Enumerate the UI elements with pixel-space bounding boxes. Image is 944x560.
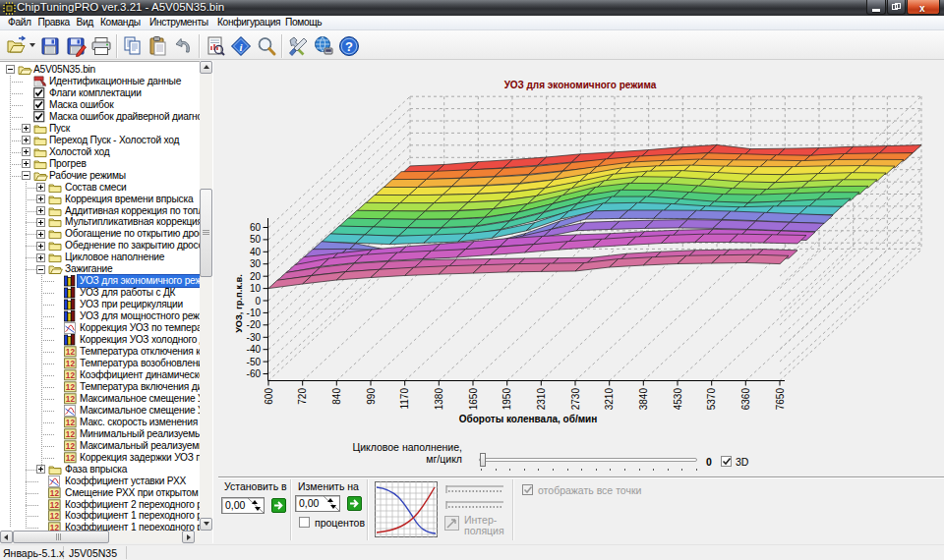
svg-text:12: 12 — [50, 501, 60, 510]
svg-text:7650: 7650 — [775, 388, 786, 411]
svg-text:990: 990 — [366, 388, 377, 405]
svg-text:12: 12 — [65, 348, 75, 357]
svg-text:3210: 3210 — [604, 388, 615, 411]
svg-text:4530: 4530 — [673, 388, 683, 411]
svg-text:6360: 6360 — [740, 388, 751, 411]
svg-text:УОЗ для экономичного режима: УОЗ для экономичного режима — [504, 80, 657, 90]
svg-text:1380: 1380 — [434, 388, 444, 411]
svg-text:3840: 3840 — [638, 388, 649, 411]
svg-text:-40: -40 — [247, 344, 262, 355]
svg-text:840: 840 — [331, 388, 342, 405]
svg-text:Обороты коленвала, об/мин: Обороты коленвала, об/мин — [459, 414, 598, 424]
svg-text:12: 12 — [50, 512, 60, 521]
svg-text:12: 12 — [65, 383, 75, 392]
svg-text:720: 720 — [297, 388, 308, 405]
svg-text:20: 20 — [250, 271, 262, 282]
svg-text:2310: 2310 — [536, 388, 547, 411]
svg-text:?: ? — [345, 39, 353, 54]
svg-text:40: 40 — [250, 247, 262, 257]
svg-text:60: 60 — [250, 222, 262, 233]
svg-text:1170: 1170 — [399, 388, 410, 410]
svg-text:12: 12 — [65, 395, 75, 404]
svg-text:12: 12 — [65, 360, 75, 368]
svg-text:50: 50 — [250, 234, 262, 245]
svg-text:12: 12 — [50, 524, 60, 531]
svg-text:-50: -50 — [247, 357, 262, 367]
svg-text:-20: -20 — [247, 319, 262, 330]
svg-text:600: 600 — [264, 388, 274, 405]
svg-text:12: 12 — [65, 442, 75, 451]
svg-text:12: 12 — [65, 371, 75, 380]
svg-text:1950: 1950 — [502, 388, 512, 411]
svg-text:12: 12 — [50, 489, 60, 498]
svg-text:УОЗ, гр.п.к.в.: УОЗ, гр.п.к.в. — [234, 274, 244, 333]
svg-text:12: 12 — [65, 454, 75, 463]
svg-text:-10: -10 — [247, 308, 262, 318]
svg-text:-60: -60 — [247, 368, 262, 379]
svg-text:10: 10 — [250, 283, 262, 294]
svg-text:5370: 5370 — [706, 388, 717, 411]
svg-text:30: 30 — [250, 258, 262, 269]
svg-text:12: 12 — [65, 430, 75, 439]
svg-text:12: 12 — [65, 419, 75, 427]
svg-text:2730: 2730 — [570, 388, 581, 411]
svg-text:0: 0 — [255, 296, 261, 307]
svg-text:-30: -30 — [247, 332, 262, 343]
svg-text:1650: 1650 — [468, 388, 479, 411]
